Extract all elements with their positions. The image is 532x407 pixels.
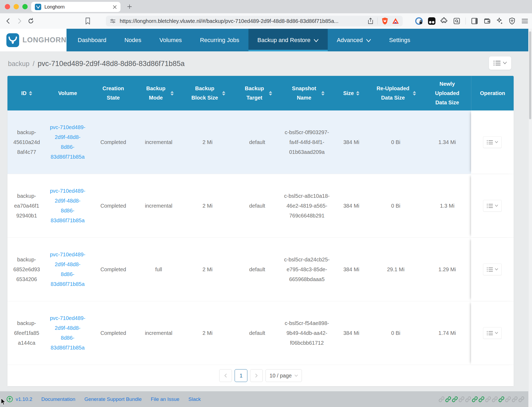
sort-caret-icon[interactable] (222, 91, 225, 96)
wallet-icon[interactable] (483, 17, 491, 25)
chevron-down-icon (503, 61, 507, 65)
backup-target-value: default (249, 137, 265, 147)
nav-item-label: Volumes (159, 37, 182, 44)
nav-item-nodes[interactable]: Nodes (115, 29, 151, 51)
nav-item-settings[interactable]: Settings (380, 29, 419, 51)
scrollbar-thumb[interactable] (529, 31, 531, 119)
chain-link-icon (445, 396, 451, 402)
cell-reuploaded: 0 Bi (368, 174, 423, 237)
column-header-backup-mode[interactable]: Backup Mode (137, 76, 180, 110)
size-value: 384 Mi (343, 137, 359, 147)
browser-tab[interactable]: Longhorn (31, 2, 120, 12)
footer-link-generate-support-bundle[interactable]: Generate Support Bundle (84, 396, 142, 402)
minimize-window-button[interactable] (14, 4, 19, 9)
nav-item-backup-and-restore[interactable]: Backup and Restore (248, 29, 328, 51)
cell-backup-mode: incremental (137, 174, 180, 237)
row-operation-button[interactable] (483, 200, 502, 212)
bookmark-icon[interactable] (85, 17, 91, 25)
page-size-select[interactable]: 10 / page (265, 369, 302, 382)
sort-caret-icon[interactable] (171, 91, 174, 96)
footer-link-documentation[interactable]: Documentation (41, 396, 75, 402)
search-tabs-icon[interactable] (453, 17, 460, 25)
row-operation-button[interactable] (483, 136, 502, 148)
next-page-button[interactable] (250, 369, 263, 382)
toolbar-extensions-area (415, 17, 529, 26)
table-body: backup-45610a24d8af4c77 pvc-710ed489-2d9… (7, 110, 514, 365)
sort-caret-icon[interactable] (413, 91, 416, 96)
row-operation-button[interactable] (483, 327, 502, 339)
column-header-operation: Operation (471, 76, 514, 110)
cell-creation-state: Completed (89, 110, 137, 174)
volume-link[interactable]: pvc-710ed489-2d9f-48d8-8d86-83d86f71b85a (49, 250, 86, 289)
share-icon[interactable] (367, 18, 374, 24)
chevron-down-icon (495, 332, 498, 334)
forward-button[interactable] (16, 18, 23, 24)
sort-caret-icon[interactable] (321, 91, 325, 96)
volume-link[interactable]: pvc-710ed489-2d9f-48d8-8d86-83d86f71b85a (49, 122, 86, 162)
backup-table-card: IDVolumeCreation StateBackup ModeBackup … (7, 76, 514, 386)
reload-button[interactable] (27, 18, 34, 24)
cell-backup-target: default (235, 238, 280, 301)
backup-id: backup-6852e6d936534206 (13, 255, 40, 284)
nav-item-recurring-jobs[interactable]: Recurring Jobs (191, 29, 248, 51)
sort-caret-icon[interactable] (356, 91, 359, 96)
new-tab-button[interactable] (127, 4, 132, 10)
column-header-creation-state: Creation State (89, 76, 137, 110)
column-label: Volume (58, 89, 77, 98)
volume-link[interactable]: pvc-710ed489-2d9f-48d8-8d86-83d86f71b85a (49, 186, 86, 225)
longhorn-logo-icon (6, 33, 19, 47)
backup-target-value: default (249, 265, 265, 274)
backup-id: backup-45610a24d8af4c77 (13, 128, 40, 157)
cell-backup-target: default (235, 174, 280, 237)
url-bar[interactable]: https://longhorn.bletchley.vluwte.nl/#/b… (106, 16, 403, 26)
tab-close-icon[interactable] (113, 5, 117, 9)
brave-shield-icon[interactable] (381, 17, 388, 25)
vpn-shield-icon[interactable] (508, 17, 516, 25)
longhorn-brand[interactable]: LONGHORN (0, 29, 66, 51)
sidebar-toggle-icon[interactable] (471, 17, 478, 25)
volume-link[interactable]: pvc-710ed489-2d9f-48d8-8d86-83d86f71b85a (49, 313, 86, 353)
nav-item-label: Nodes (124, 37, 142, 44)
brave-rewards-bat-icon[interactable] (392, 18, 399, 24)
footer-link-file-an-issue[interactable]: File an Issue (151, 396, 180, 402)
creation-state-value: Completed (100, 201, 126, 211)
extension-two-dots-icon[interactable] (428, 17, 435, 25)
cell-newly-uploaded: 1.74 Mi (423, 301, 471, 365)
back-button[interactable] (5, 18, 12, 24)
cell-newly-uploaded: 1.29 Mi (423, 238, 471, 301)
chain-link-icon (472, 396, 478, 402)
breadcrumb-separator: / (33, 60, 35, 68)
cell-reuploaded: 0 Bi (368, 301, 423, 365)
column-header-id[interactable]: ID (7, 76, 46, 110)
nav-item-dashboard[interactable]: Dashboard (69, 29, 115, 51)
close-window-button[interactable] (5, 4, 10, 9)
reuploaded-value: 29.1 Mi (387, 265, 405, 274)
longhorn-favicon-icon (35, 4, 41, 10)
leo-ai-sparkle-icon[interactable] (496, 17, 503, 25)
sort-caret-icon[interactable] (29, 91, 32, 96)
maximize-window-button[interactable] (22, 4, 28, 9)
prev-page-button[interactable] (219, 369, 232, 382)
column-header-backup-target[interactable]: Backup Target (235, 76, 280, 110)
menu-hamburger-icon[interactable] (521, 17, 529, 25)
breadcrumb-backup-link[interactable]: backup (8, 60, 30, 68)
nav-item-advanced[interactable]: Advanced (328, 29, 380, 51)
row-operation-button[interactable] (483, 264, 502, 275)
table-view-options-button[interactable] (489, 56, 511, 70)
extensions-puzzle-icon[interactable] (440, 17, 448, 25)
chain-link-icon (498, 396, 505, 402)
site-settings-icon[interactable] (110, 18, 116, 24)
column-header-size[interactable]: Size (334, 76, 368, 110)
footer-link-slack[interactable]: Slack (188, 396, 201, 402)
cell-block-size: 2 Mi (180, 110, 235, 174)
column-header-backup-block-size[interactable]: Backup Block Size (180, 76, 235, 110)
url-text[interactable]: https://longhorn.bletchley.vluwte.nl/#/b… (120, 18, 364, 24)
password-manager-icon[interactable] (415, 17, 423, 25)
column-header-re-uploaded-data-size[interactable]: Re-Uploaded Data Size (368, 76, 423, 110)
page-number-button[interactable]: 1 (235, 369, 247, 382)
column-label: Operation (480, 89, 505, 98)
sort-caret-icon[interactable] (269, 91, 272, 96)
column-header-snapshot-name[interactable]: Snapshot Name (280, 76, 334, 110)
nav-item-volumes[interactable]: Volumes (150, 29, 191, 51)
version-link[interactable]: v1.10.2 (6, 396, 32, 402)
